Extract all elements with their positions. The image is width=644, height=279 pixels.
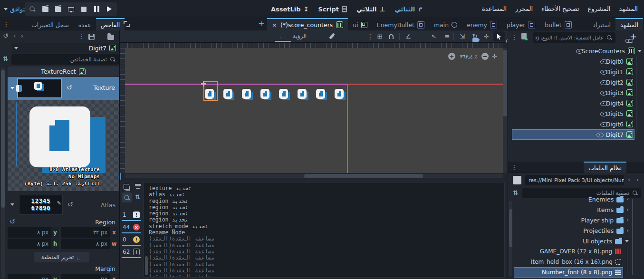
menu-editor[interactable]: المحرر bbox=[511, 0, 537, 18]
filter-errors[interactable]: 44 × bbox=[122, 222, 141, 233]
scene-tab-bullet[interactable]: bullet bbox=[540, 18, 576, 30]
digit-sprite-7[interactable] bbox=[335, 87, 347, 101]
edit-icon[interactable]: ✎ bbox=[57, 200, 61, 206]
tab-import[interactable]: استيراد bbox=[588, 18, 615, 30]
move-tool-icon[interactable]: ✛ bbox=[482, 33, 490, 40]
texture-thumbnail[interactable] bbox=[17, 78, 62, 98]
scale-tool-icon[interactable]: ⇲ bbox=[458, 33, 467, 40]
log-scrollbar[interactable] bbox=[145, 256, 148, 275]
back-button[interactable]: ‹ bbox=[13, 32, 16, 39]
visibility-toggle[interactable] bbox=[596, 131, 604, 138]
digit-sprite-6[interactable] bbox=[316, 87, 328, 101]
pause-button[interactable] bbox=[92, 4, 101, 14]
digit-sprite-5[interactable] bbox=[298, 87, 310, 101]
digit-sprite-2[interactable] bbox=[242, 87, 254, 101]
scrollbar-thumb[interactable] bbox=[503, 50, 507, 116]
tree-row-digit5[interactable]: Digit5 bbox=[508, 108, 634, 119]
digit-sprite-0[interactable] bbox=[205, 87, 217, 101]
drag-select-icon[interactable]: ↖ bbox=[430, 33, 438, 40]
visibility-toggle[interactable] bbox=[600, 89, 608, 96]
attach-script-icon[interactable] bbox=[521, 33, 527, 39]
scene-tab-ui[interactable]: ui bbox=[348, 18, 372, 30]
visibility-toggle[interactable] bbox=[600, 58, 608, 65]
history-forward-button[interactable]: › bbox=[636, 176, 639, 183]
add-node-button[interactable]: + bbox=[630, 31, 637, 41]
new-scene-tab-button[interactable]: + bbox=[258, 19, 264, 28]
tree-row-digit3[interactable]: Digit3 bbox=[508, 87, 634, 98]
tree-row-root[interactable]: ScoreCounters bbox=[508, 46, 644, 56]
view-menu[interactable]: الرؤية bbox=[293, 33, 307, 39]
left-dock-menu-icon[interactable]: ⋮ bbox=[3, 20, 10, 28]
file-row-item-held-box[interactable]: Item_held_box (16 x 16).png bbox=[508, 257, 621, 267]
chevron-collapsed-icon[interactable]: ‹ bbox=[626, 217, 629, 223]
folder-row-enemies[interactable]: Enemies ‹ bbox=[508, 194, 629, 204]
filter-messages[interactable]: 62 i bbox=[122, 247, 141, 258]
digit-sprite-3[interactable] bbox=[260, 87, 273, 101]
ruler-tool-icon[interactable]: ∠ bbox=[404, 33, 413, 40]
menu-project[interactable]: المشروع bbox=[584, 0, 615, 18]
margin-x-field[interactable]: ٠ px x bbox=[61, 274, 118, 279]
inspector-scrollbar[interactable] bbox=[1, 67, 5, 279]
menu-debug[interactable]: تصحيح الأخطاء bbox=[537, 0, 584, 18]
list-select-icon[interactable]: ≡ bbox=[443, 33, 452, 40]
folder-row-player-ship[interactable]: Player ship ‹ bbox=[508, 215, 629, 225]
snap-options-icon[interactable]: ⋮ bbox=[367, 33, 374, 40]
chevron-collapsed-icon[interactable]: ‹ bbox=[626, 196, 629, 202]
revert-icon[interactable]: ↺ bbox=[67, 201, 73, 208]
forward-button[interactable]: › bbox=[21, 32, 23, 39]
region-h-field[interactable]: ٨ px h bbox=[8, 239, 59, 249]
scene-tabs-list-icon[interactable]: ⋮ bbox=[509, 20, 515, 28]
tree-row-digit6[interactable]: Digit6 bbox=[508, 119, 634, 129]
load-resource-icon[interactable] bbox=[107, 35, 114, 40]
tree-row-digit7-selected[interactable]: Digit7 bbox=[512, 129, 634, 140]
zoom-percent-label[interactable]: ٪ ٣٦٢٫٤ bbox=[458, 54, 480, 60]
filter-properties-input[interactable]: تصفية الخصائص bbox=[11, 54, 119, 65]
inspector-menu-icon[interactable]: ⋮ bbox=[78, 32, 85, 40]
movie-maker-button[interactable] bbox=[53, 4, 63, 14]
chevron-expanded-icon[interactable] bbox=[625, 240, 629, 242]
visibility-toggle[interactable] bbox=[600, 68, 608, 76]
clear-log-icon[interactable] bbox=[135, 184, 141, 186]
search-log-button[interactable] bbox=[122, 192, 132, 202]
filter-nodes-input[interactable]: عامل التصفية: الاسم، t: النوع، g: المجمو… bbox=[533, 32, 615, 43]
close-icon[interactable]: × bbox=[272, 21, 277, 29]
scene-tab-enemybullet[interactable]: EnemyBullet bbox=[372, 18, 429, 30]
chevron-down-icon[interactable] bbox=[10, 87, 14, 89]
workspace-2d[interactable]: الثنائي ↱ bbox=[390, 0, 428, 18]
canvas-vscrollbar[interactable] bbox=[503, 48, 507, 173]
scene-tab-enemy[interactable]: enemy bbox=[462, 18, 502, 30]
play-button[interactable] bbox=[105, 4, 114, 14]
folder-row-items[interactable]: Items ‹ bbox=[508, 204, 629, 215]
edited-object-row[interactable]: Digit7 bbox=[11, 43, 119, 53]
visibility-toggle[interactable] bbox=[600, 78, 608, 86]
chevron-collapsed-icon[interactable]: ‹ bbox=[626, 227, 629, 234]
tab-inspector[interactable]: الفاحص bbox=[96, 18, 125, 30]
scrollbar-thumb[interactable] bbox=[1, 70, 5, 208]
chevron-down-icon[interactable] bbox=[10, 203, 14, 206]
file-row-game-over[interactable]: GAME_OVER (72 x 8).png bbox=[508, 246, 621, 257]
scrollbar-thumb[interactable] bbox=[304, 174, 423, 178]
distraction-free-icon[interactable] bbox=[124, 21, 130, 27]
texture-property-row[interactable]: ↺ Texture bbox=[8, 77, 119, 100]
tree-row-digit4[interactable]: Digit4 bbox=[508, 98, 634, 108]
digit-sprite-4[interactable] bbox=[279, 87, 291, 101]
copy-log-icon[interactable] bbox=[124, 184, 129, 190]
canvas-hscrollbar[interactable] bbox=[125, 174, 503, 178]
chevron-down-icon[interactable] bbox=[638, 50, 642, 52]
history-back-button[interactable]: ‹ bbox=[628, 176, 630, 183]
scene-tab-score-counters[interactable]: × (*)score_counters bbox=[267, 18, 348, 30]
zoom-out-button[interactable]: − bbox=[481, 53, 489, 60]
region-y-field[interactable]: ٨ px y bbox=[8, 227, 59, 238]
chevron-collapsed-icon[interactable]: ‹ bbox=[626, 206, 629, 213]
scene-tab-player[interactable]: player bbox=[502, 18, 540, 30]
stop-button[interactable] bbox=[79, 4, 88, 14]
revert-icon[interactable]: ↺ bbox=[10, 218, 15, 225]
collapse-duplicates-icon[interactable]: ⇅ bbox=[135, 193, 140, 201]
scene-tab-main[interactable]: main bbox=[429, 18, 462, 30]
tab-filesystem[interactable]: نظام الملفات bbox=[584, 162, 626, 173]
tree-row-digit0[interactable]: Digit0 bbox=[508, 56, 634, 67]
center-view-icon[interactable]: ✛ bbox=[492, 53, 497, 60]
smart-snap-toggle[interactable] bbox=[275, 30, 291, 42]
play-custom-scene-button[interactable] bbox=[28, 4, 37, 14]
skeleton-icon[interactable] bbox=[329, 33, 335, 39]
